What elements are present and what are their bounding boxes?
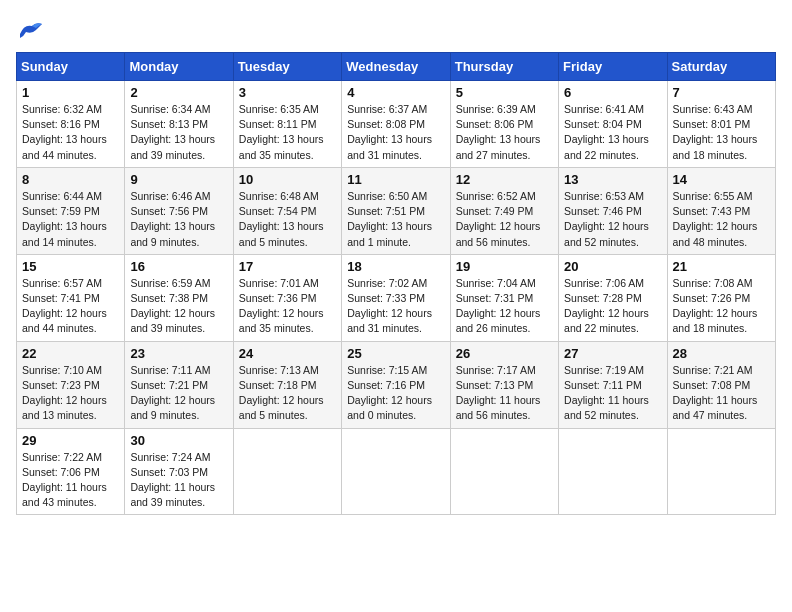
table-row: 21Sunrise: 7:08 AMSunset: 7:26 PMDayligh…: [667, 254, 775, 341]
table-row: 15Sunrise: 6:57 AMSunset: 7:41 PMDayligh…: [17, 254, 125, 341]
day-number: 3: [239, 85, 336, 100]
table-row: 29Sunrise: 7:22 AMSunset: 7:06 PMDayligh…: [17, 428, 125, 515]
table-row: 3Sunrise: 6:35 AMSunset: 8:11 PMDaylight…: [233, 81, 341, 168]
table-row: 6Sunrise: 6:41 AMSunset: 8:04 PMDaylight…: [559, 81, 667, 168]
table-row: 24Sunrise: 7:13 AMSunset: 7:18 PMDayligh…: [233, 341, 341, 428]
day-number: 1: [22, 85, 119, 100]
day-details: Sunrise: 6:41 AMSunset: 8:04 PMDaylight:…: [564, 102, 661, 163]
day-details: Sunrise: 6:57 AMSunset: 7:41 PMDaylight:…: [22, 276, 119, 337]
day-number: 28: [673, 346, 770, 361]
day-number: 30: [130, 433, 227, 448]
day-details: Sunrise: 6:43 AMSunset: 8:01 PMDaylight:…: [673, 102, 770, 163]
table-row: [342, 428, 450, 515]
col-monday: Monday: [125, 53, 233, 81]
table-row: 11Sunrise: 6:50 AMSunset: 7:51 PMDayligh…: [342, 167, 450, 254]
day-number: 22: [22, 346, 119, 361]
day-number: 10: [239, 172, 336, 187]
table-row: 27Sunrise: 7:19 AMSunset: 7:11 PMDayligh…: [559, 341, 667, 428]
table-row: 13Sunrise: 6:53 AMSunset: 7:46 PMDayligh…: [559, 167, 667, 254]
day-details: Sunrise: 6:53 AMSunset: 7:46 PMDaylight:…: [564, 189, 661, 250]
day-number: 14: [673, 172, 770, 187]
table-row: 14Sunrise: 6:55 AMSunset: 7:43 PMDayligh…: [667, 167, 775, 254]
col-thursday: Thursday: [450, 53, 558, 81]
table-row: [233, 428, 341, 515]
table-row: 7Sunrise: 6:43 AMSunset: 8:01 PMDaylight…: [667, 81, 775, 168]
day-details: Sunrise: 7:19 AMSunset: 7:11 PMDaylight:…: [564, 363, 661, 424]
day-number: 19: [456, 259, 553, 274]
day-details: Sunrise: 6:46 AMSunset: 7:56 PMDaylight:…: [130, 189, 227, 250]
day-details: Sunrise: 6:52 AMSunset: 7:49 PMDaylight:…: [456, 189, 553, 250]
day-details: Sunrise: 7:15 AMSunset: 7:16 PMDaylight:…: [347, 363, 444, 424]
day-number: 21: [673, 259, 770, 274]
day-details: Sunrise: 6:50 AMSunset: 7:51 PMDaylight:…: [347, 189, 444, 250]
day-number: 29: [22, 433, 119, 448]
page-header: [16, 16, 776, 44]
table-row: 28Sunrise: 7:21 AMSunset: 7:08 PMDayligh…: [667, 341, 775, 428]
table-row: 5Sunrise: 6:39 AMSunset: 8:06 PMDaylight…: [450, 81, 558, 168]
col-wednesday: Wednesday: [342, 53, 450, 81]
table-row: 9Sunrise: 6:46 AMSunset: 7:56 PMDaylight…: [125, 167, 233, 254]
day-details: Sunrise: 6:35 AMSunset: 8:11 PMDaylight:…: [239, 102, 336, 163]
day-number: 16: [130, 259, 227, 274]
col-saturday: Saturday: [667, 53, 775, 81]
calendar-table: Sunday Monday Tuesday Wednesday Thursday…: [16, 52, 776, 515]
day-details: Sunrise: 7:01 AMSunset: 7:36 PMDaylight:…: [239, 276, 336, 337]
table-row: 23Sunrise: 7:11 AMSunset: 7:21 PMDayligh…: [125, 341, 233, 428]
table-row: 18Sunrise: 7:02 AMSunset: 7:33 PMDayligh…: [342, 254, 450, 341]
table-row: [450, 428, 558, 515]
day-details: Sunrise: 6:55 AMSunset: 7:43 PMDaylight:…: [673, 189, 770, 250]
day-details: Sunrise: 7:08 AMSunset: 7:26 PMDaylight:…: [673, 276, 770, 337]
day-details: Sunrise: 7:04 AMSunset: 7:31 PMDaylight:…: [456, 276, 553, 337]
col-tuesday: Tuesday: [233, 53, 341, 81]
day-number: 2: [130, 85, 227, 100]
table-row: 20Sunrise: 7:06 AMSunset: 7:28 PMDayligh…: [559, 254, 667, 341]
day-number: 15: [22, 259, 119, 274]
day-details: Sunrise: 6:48 AMSunset: 7:54 PMDaylight:…: [239, 189, 336, 250]
day-number: 11: [347, 172, 444, 187]
table-row: 1Sunrise: 6:32 AMSunset: 8:16 PMDaylight…: [17, 81, 125, 168]
day-number: 20: [564, 259, 661, 274]
day-number: 12: [456, 172, 553, 187]
table-row: 26Sunrise: 7:17 AMSunset: 7:13 PMDayligh…: [450, 341, 558, 428]
day-number: 13: [564, 172, 661, 187]
day-details: Sunrise: 7:21 AMSunset: 7:08 PMDaylight:…: [673, 363, 770, 424]
day-number: 24: [239, 346, 336, 361]
day-details: Sunrise: 6:39 AMSunset: 8:06 PMDaylight:…: [456, 102, 553, 163]
col-sunday: Sunday: [17, 53, 125, 81]
day-number: 5: [456, 85, 553, 100]
day-details: Sunrise: 7:17 AMSunset: 7:13 PMDaylight:…: [456, 363, 553, 424]
table-row: 25Sunrise: 7:15 AMSunset: 7:16 PMDayligh…: [342, 341, 450, 428]
table-row: 19Sunrise: 7:04 AMSunset: 7:31 PMDayligh…: [450, 254, 558, 341]
day-details: Sunrise: 6:34 AMSunset: 8:13 PMDaylight:…: [130, 102, 227, 163]
table-row: 30Sunrise: 7:24 AMSunset: 7:03 PMDayligh…: [125, 428, 233, 515]
day-number: 4: [347, 85, 444, 100]
day-details: Sunrise: 6:32 AMSunset: 8:16 PMDaylight:…: [22, 102, 119, 163]
day-number: 7: [673, 85, 770, 100]
day-number: 18: [347, 259, 444, 274]
table-row: [559, 428, 667, 515]
day-number: 27: [564, 346, 661, 361]
table-row: 4Sunrise: 6:37 AMSunset: 8:08 PMDaylight…: [342, 81, 450, 168]
bird-icon: [16, 16, 44, 44]
day-number: 25: [347, 346, 444, 361]
table-row: 10Sunrise: 6:48 AMSunset: 7:54 PMDayligh…: [233, 167, 341, 254]
day-number: 6: [564, 85, 661, 100]
day-details: Sunrise: 7:10 AMSunset: 7:23 PMDaylight:…: [22, 363, 119, 424]
day-number: 17: [239, 259, 336, 274]
day-details: Sunrise: 7:06 AMSunset: 7:28 PMDaylight:…: [564, 276, 661, 337]
day-details: Sunrise: 6:37 AMSunset: 8:08 PMDaylight:…: [347, 102, 444, 163]
day-details: Sunrise: 7:13 AMSunset: 7:18 PMDaylight:…: [239, 363, 336, 424]
day-details: Sunrise: 7:02 AMSunset: 7:33 PMDaylight:…: [347, 276, 444, 337]
day-details: Sunrise: 7:24 AMSunset: 7:03 PMDaylight:…: [130, 450, 227, 511]
day-number: 23: [130, 346, 227, 361]
logo: [16, 16, 48, 44]
day-number: 9: [130, 172, 227, 187]
day-number: 8: [22, 172, 119, 187]
table-row: [667, 428, 775, 515]
table-row: 17Sunrise: 7:01 AMSunset: 7:36 PMDayligh…: [233, 254, 341, 341]
day-details: Sunrise: 6:59 AMSunset: 7:38 PMDaylight:…: [130, 276, 227, 337]
table-row: 22Sunrise: 7:10 AMSunset: 7:23 PMDayligh…: [17, 341, 125, 428]
day-details: Sunrise: 6:44 AMSunset: 7:59 PMDaylight:…: [22, 189, 119, 250]
day-details: Sunrise: 7:22 AMSunset: 7:06 PMDaylight:…: [22, 450, 119, 511]
table-row: 16Sunrise: 6:59 AMSunset: 7:38 PMDayligh…: [125, 254, 233, 341]
